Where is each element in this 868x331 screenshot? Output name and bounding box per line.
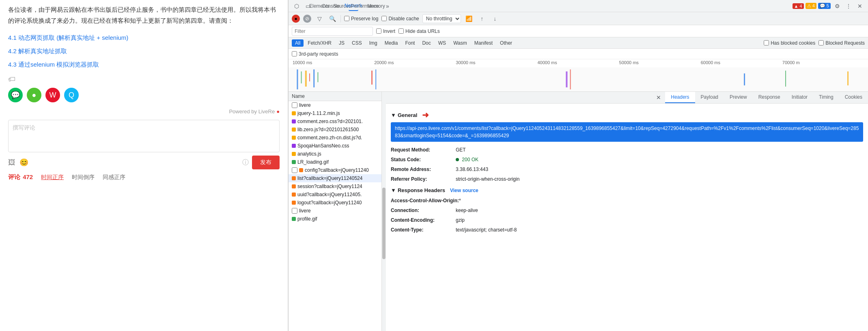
close-devtools-icon[interactable]: ✕ [855,1,865,11]
content-type-row: Content-Type: text/javascript; charset=u… [391,225,863,235]
blocked-requests-label[interactable]: Blocked Requests [818,40,865,46]
search-network-icon[interactable]: 🔍 [327,14,337,24]
type-font[interactable]: Font [402,39,418,47]
record-button[interactable]: ● [292,15,300,23]
request-method-label: Request Method: [391,146,456,154]
link-41[interactable]: 4.1 动态网页抓取 (解析真实地址 + selenium) [8,31,280,44]
comments-number: 472 [23,173,33,180]
list-item[interactable]: config?callback=jQuery11240 [289,166,381,174]
sort-empathy[interactable]: 同感正序 [103,174,125,181]
timeline-labels: 10000 ms 20000 ms 30000 ms 40000 ms 5000… [293,60,864,65]
list-item[interactable]: logout?callback=jQuery11240 [289,199,381,207]
list-item[interactable]: comment.zero.zh-cn.dist.js?d. [289,134,381,142]
list-item[interactable]: LR_loading.gif [289,158,381,166]
list-item[interactable]: profile.gif [289,215,381,223]
file-check[interactable] [292,208,297,214]
comment-box[interactable]: 撰写评论 [8,120,280,152]
type-wasm[interactable]: Wasm [450,39,470,47]
type-xhr[interactable]: Fetch/XHR [304,39,335,47]
list-item[interactable]: lib.zero.js?d=202101261500 [289,125,381,134]
file-list-scrollbar[interactable] [382,92,386,331]
list-item[interactable]: comment.zero.css?d=202101. [289,117,381,125]
third-party-checkbox-label[interactable]: 3rd-party requests [292,51,338,57]
type-media[interactable]: Media [381,39,401,47]
invert-checkbox-label[interactable]: Invert [376,28,395,34]
type-css[interactable]: CSS [349,39,365,47]
livere-brand: ● [276,108,280,115]
has-blocked-cookies-checkbox[interactable] [764,40,769,45]
tab-initiator[interactable]: Initiator [786,92,813,103]
wx-icon[interactable]: ● [27,88,41,102]
list-item[interactable]: jquery-1.11.2.min.js [289,109,381,117]
type-all[interactable]: All [292,39,304,47]
tab-response[interactable]: Response [753,92,786,103]
view-source-link[interactable]: View source [450,188,478,193]
scrollbar-thumb[interactable] [382,188,386,260]
status-code-value: 200 OK [456,156,478,163]
link-43[interactable]: 4.3 通过selenium 模拟浏览器抓取 [8,58,280,71]
tab-headers[interactable]: Headers [665,92,695,103]
image-icon[interactable]: 🖼 [8,158,15,167]
content-type-value: text/javascript; charset=utf-8 [456,226,517,234]
qq-icon[interactable]: Q [64,88,79,102]
sort-time-desc[interactable]: 时间倒序 [72,174,95,181]
type-img[interactable]: Img [366,39,381,47]
filter-toggle-icon[interactable]: ▽ [314,14,324,24]
list-item[interactable]: SpoqaHanSansNeo.css [289,142,381,150]
file-check[interactable] [292,102,297,108]
emoji-icon[interactable]: 😊 [19,158,28,167]
more-options-icon[interactable]: ⋮ [844,1,853,11]
list-item[interactable]: livere [289,101,381,109]
tab-payload[interactable]: Payload [695,92,724,103]
list-item[interactable]: livere [289,207,381,215]
disable-cache-checkbox[interactable] [381,16,387,21]
sort-time-asc[interactable]: 时间正序 [41,174,64,181]
weibo-icon[interactable]: W [45,88,60,102]
type-doc[interactable]: Doc [419,39,434,47]
tab-timing[interactable]: Timing [813,92,839,103]
list-item[interactable]: session?callback=jQuery1124 [289,182,381,190]
third-party-checkbox[interactable] [292,51,297,56]
powered-by-text: Powered by LiveRe [229,108,275,115]
section-arrow2: ▼ [391,187,396,193]
svg-rect-6 [371,71,373,84]
file-name: session?callback=jQuery1124 [297,184,362,189]
content-encoding-row: Content-Encoding: gzip [391,215,863,225]
filter-input[interactable] [292,27,373,36]
clear-button[interactable]: ⊘ [303,15,311,23]
tab-cookies[interactable]: Cookies [839,92,868,103]
comment-tools-right: ⓘ 发布 [242,156,280,169]
type-js[interactable]: JS [336,39,348,47]
wechat-icon[interactable]: 💬 [8,88,23,102]
disable-cache-checkbox-label[interactable]: Disable cache [381,16,419,22]
svg-rect-0 [297,69,298,89]
type-manifest[interactable]: Manifest [471,39,496,47]
link-42[interactable]: 4.2 解析真实地址抓取 [8,44,280,58]
blocked-requests-checkbox[interactable] [818,40,824,45]
has-blocked-cookies-label[interactable]: Has blocked cookies [764,40,815,46]
type-ws[interactable]: WS [435,39,449,47]
submit-button[interactable]: 发布 [252,156,280,169]
more-tabs-icon[interactable]: » [383,1,392,11]
tl-label-3: 30000 ms [456,60,537,65]
memory-tab[interactable]: Memory [371,1,381,11]
detail-close-button[interactable]: ✕ [652,92,665,103]
hide-data-urls-checkbox-label[interactable]: Hide data URLs [398,28,440,34]
connection-value: keep-alive [456,207,478,214]
list-item-selected[interactable]: list?callback=jQuery11240524 [289,174,381,182]
list-item[interactable]: uuid?callback=jQuery112405. [289,190,381,199]
type-other[interactable]: Other [497,39,515,47]
tab-preview[interactable]: Preview [724,92,753,103]
throttle-select[interactable]: No throttling [422,14,461,23]
list-item[interactable]: analytics.js [289,150,381,158]
tag-icon: 🏷 [8,75,280,84]
hide-data-urls-checkbox[interactable] [398,28,404,34]
svg-rect-3 [309,74,310,82]
settings-icon[interactable]: ⚙ [832,1,842,11]
content-encoding-value: gzip [456,216,465,224]
preserve-log-checkbox-label[interactable]: Preserve log [344,16,378,22]
preserve-log-checkbox[interactable] [344,16,349,21]
cursor-icon[interactable]: ⬡ [292,1,302,11]
invert-checkbox[interactable] [376,28,381,34]
file-check[interactable] [292,167,297,173]
